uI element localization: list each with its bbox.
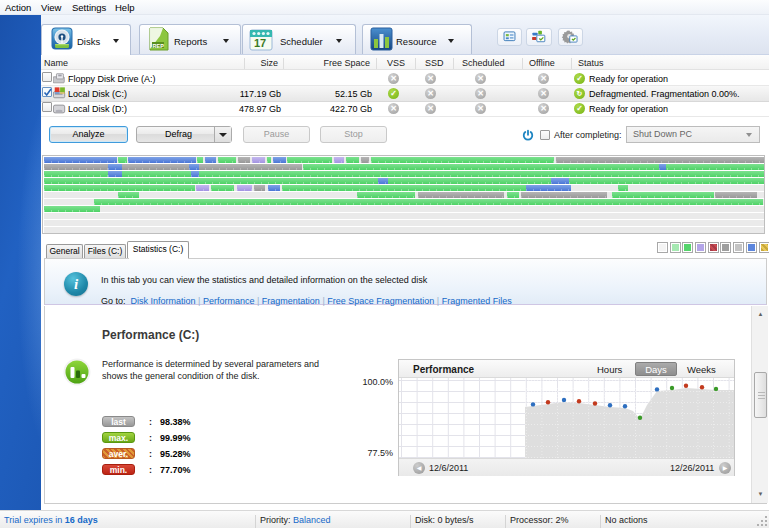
svg-text:17: 17 <box>254 37 266 49</box>
svg-text:REP: REP <box>153 43 165 49</box>
